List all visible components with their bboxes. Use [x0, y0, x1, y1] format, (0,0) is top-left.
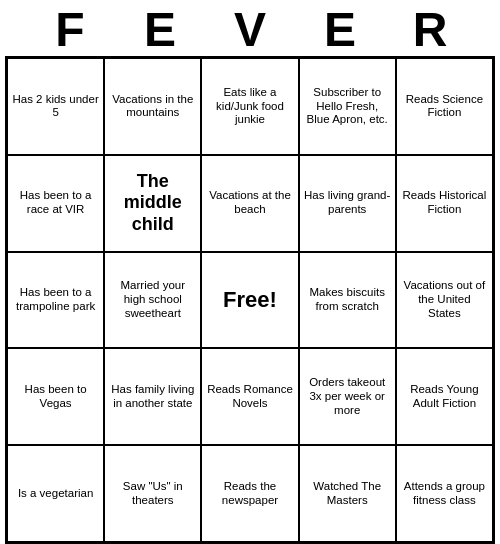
bingo-cell-20: Is a vegetarian [7, 445, 104, 542]
bingo-cell-21: Saw "Us" in theaters [104, 445, 201, 542]
bingo-cell-5: Has been to a race at VIR [7, 155, 104, 252]
bingo-cell-13: Makes biscuits from scratch [299, 252, 396, 349]
bingo-cell-23: Watched The Masters [299, 445, 396, 542]
bingo-cell-6: The middle child [104, 155, 201, 252]
bingo-cell-2: Eats like a kid/Junk food junkie [201, 58, 298, 155]
bingo-cell-3: Subscriber to Hello Fresh, Blue Apron, e… [299, 58, 396, 155]
bingo-cell-11: Married your high school sweetheart [104, 252, 201, 349]
bingo-cell-9: Reads Historical Fiction [396, 155, 493, 252]
bingo-cell-4: Reads Science Fiction [396, 58, 493, 155]
bingo-cell-18: Orders takeout 3x per week or more [299, 348, 396, 445]
title-letter-e1: E [115, 6, 205, 54]
bingo-cell-1: Vacations in the mountains [104, 58, 201, 155]
title-letter-e2: E [295, 6, 385, 54]
bingo-cell-19: Reads Young Adult Fiction [396, 348, 493, 445]
bingo-grid: Has 2 kids under 5Vacations in the mount… [5, 56, 495, 544]
bingo-cell-16: Has family living in another state [104, 348, 201, 445]
title-letter-v: V [205, 6, 295, 54]
bingo-cell-24: Attends a group fitness class [396, 445, 493, 542]
bingo-cell-10: Has been to a trampoline park [7, 252, 104, 349]
bingo-cell-15: Has been to Vegas [7, 348, 104, 445]
bingo-cell-14: Vacations out of the United States [396, 252, 493, 349]
title-letter-r: R [385, 6, 475, 54]
bingo-cell-12: Free! [201, 252, 298, 349]
title-letter-f: F [25, 6, 115, 54]
bingo-cell-22: Reads the newspaper [201, 445, 298, 542]
bingo-cell-0: Has 2 kids under 5 [7, 58, 104, 155]
bingo-cell-7: Vacations at the beach [201, 155, 298, 252]
bingo-cell-8: Has living grand-parents [299, 155, 396, 252]
bingo-cell-17: Reads Romance Novels [201, 348, 298, 445]
title-row: F E V E R [0, 0, 500, 56]
